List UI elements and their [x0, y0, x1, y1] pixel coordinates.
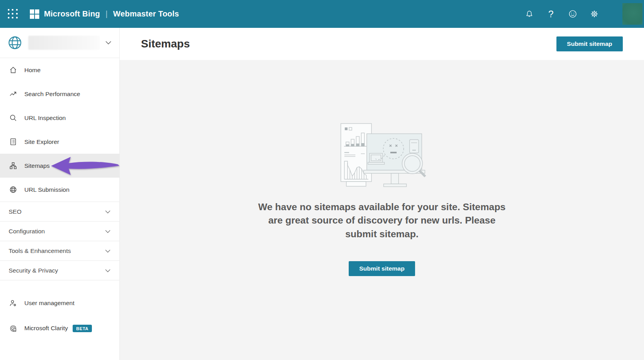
beta-badge: BETA: [73, 325, 92, 332]
chevron-down-icon: [105, 228, 111, 235]
magnifier-icon: [9, 114, 17, 122]
sidebar-item-search-performance[interactable]: Search Performance: [0, 82, 119, 106]
feedback-smiley-icon[interactable]: [568, 9, 577, 19]
sidebar-section-security-privacy[interactable]: Security & Privacy: [0, 260, 119, 280]
empty-state-message: We have no sitemaps available for your s…: [256, 200, 508, 241]
chevron-down-icon: [105, 247, 111, 255]
sidebar-item-url-submission[interactable]: URL Submission: [0, 178, 119, 202]
site-globe-icon: [7, 35, 23, 51]
section-label: Tools & Enhancements: [9, 247, 71, 255]
notifications-bell-icon[interactable]: [525, 9, 534, 19]
waffle-icon[interactable]: [8, 9, 18, 19]
sidebar-item-label: Home: [24, 67, 40, 74]
sidebar-secondary-group: User management Microsoft Clarity BETA: [0, 280, 119, 341]
site-name-blurred: [28, 36, 100, 50]
sidebar-section-seo[interactable]: SEO: [0, 202, 119, 221]
settings-gear-icon[interactable]: [589, 9, 599, 19]
document-list-icon: [9, 138, 17, 146]
clarity-icon: [9, 324, 17, 333]
user-gear-icon: [9, 299, 17, 307]
sidebar-item-sitemaps[interactable]: Sitemaps: [0, 154, 119, 178]
sidebar-item-label: Microsoft Clarity: [24, 325, 68, 332]
topbar-actions: ?: [512, 3, 644, 25]
sidebar-item-label: Search Performance: [24, 91, 80, 98]
empty-state-panel: We have no sitemaps available for your s…: [120, 60, 644, 360]
submit-sitemap-button-header[interactable]: Submit sitemap: [556, 36, 623, 51]
trend-up-icon: [9, 90, 17, 98]
section-label: Configuration: [9, 228, 45, 235]
sidebar-item-user-management[interactable]: User management: [0, 291, 119, 316]
main-content: Sitemaps Submit sitemap: [120, 28, 644, 360]
product-title: Webmaster Tools: [113, 9, 179, 18]
sidebar-item-label: Sitemaps: [24, 162, 50, 169]
sidebar-item-site-explorer[interactable]: Site Explorer: [0, 130, 119, 154]
brand-title[interactable]: Microsoft Bing: [44, 9, 100, 18]
sidebar-item-label: User management: [24, 300, 75, 307]
annotation-arrow: [50, 155, 121, 177]
top-app-bar: Microsoft Bing | Webmaster Tools ?: [0, 0, 644, 28]
chevron-down-icon: [105, 208, 111, 215]
site-selector[interactable]: [0, 28, 119, 58]
page-title: Sitemaps: [141, 38, 190, 50]
globe-icon: [9, 185, 17, 194]
section-label: SEO: [9, 208, 22, 215]
sidebar-section-configuration[interactable]: Configuration: [0, 221, 119, 241]
page-header: Sitemaps Submit sitemap: [120, 28, 644, 60]
section-label: Security & Privacy: [9, 267, 58, 274]
sidebar-item-label: URL Inspection: [24, 115, 66, 122]
account-avatar[interactable]: [622, 3, 642, 25]
sidebar-item-url-inspection[interactable]: URL Inspection: [0, 106, 119, 130]
microsoft-logo: [30, 9, 39, 19]
sitemap-tree-icon: [9, 162, 17, 170]
brand-divider: |: [106, 9, 108, 18]
sidebar-item-label: URL Submission: [24, 186, 70, 193]
submit-sitemap-button-cta[interactable]: Submit sitemap: [349, 261, 415, 276]
help-icon[interactable]: ?: [546, 9, 556, 19]
sad-monitor-charts-illustration: [337, 118, 428, 187]
sidebar-item-microsoft-clarity[interactable]: Microsoft Clarity BETA: [0, 316, 119, 341]
home-icon: [9, 66, 17, 75]
chevron-down-icon: [105, 267, 111, 274]
sidebar-item-home[interactable]: Home: [0, 58, 119, 82]
sidebar-section-tools-enhancements[interactable]: Tools & Enhancements: [0, 241, 119, 260]
sidebar: Home Search Performance URL Inspection: [0, 28, 120, 360]
chevron-down-icon: [105, 39, 112, 46]
sidebar-item-label: Site Explorer: [24, 138, 59, 145]
